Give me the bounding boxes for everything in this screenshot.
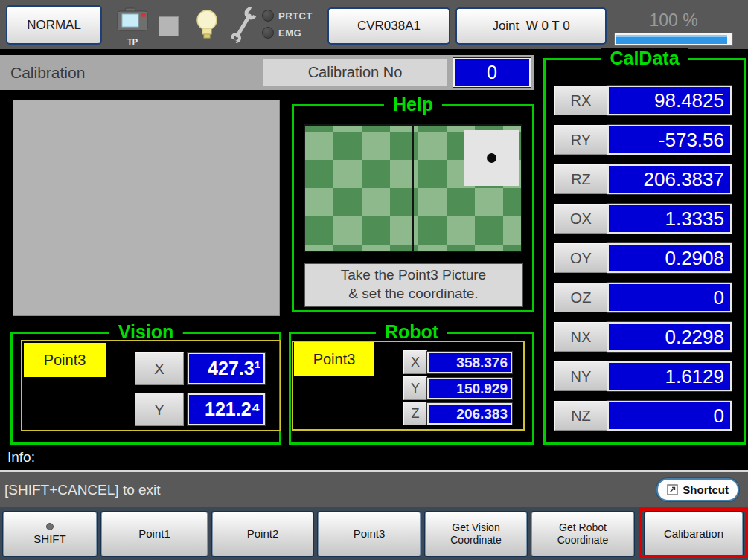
help-instruction-line1: Take the Point3 Picture	[341, 266, 486, 285]
calibration-no-field[interactable]: 0	[453, 58, 531, 87]
screen-header: Calibration Calibration No 0	[0, 55, 534, 90]
robot-panel-title: Robot	[376, 321, 447, 343]
caldata-row: NY 1.6129	[554, 361, 732, 391]
fkey-point1-label: Point1	[138, 527, 170, 541]
tp-label: TP	[116, 37, 149, 46]
caldata-ox-label: OX	[554, 204, 607, 234]
fkey-point2[interactable]: Point2	[212, 512, 313, 556]
help-instruction-line2: & set the coordinate.	[348, 285, 478, 303]
vision-x-label: X	[135, 352, 184, 385]
target-square	[464, 130, 519, 186]
fkey-point3-label: Point3	[354, 527, 386, 541]
emg-led-icon	[262, 27, 274, 39]
caldata-panel-title: CalData	[601, 48, 688, 69]
robot-z-field[interactable]: 206.383	[427, 403, 512, 425]
fkey-calibaration-label: Calibaration	[664, 527, 723, 541]
tp-camera-icon: TP	[116, 7, 149, 43]
fkey-calibaration[interactable]: Calibaration	[645, 512, 743, 556]
speed-progress-fill	[616, 35, 727, 44]
caldata-rx-label: RX	[554, 86, 607, 115]
caldata-panel: CalData RX 98.4825 RY -573.56 RZ 206.383…	[543, 58, 746, 445]
caldata-row: OX 1.3335	[554, 204, 732, 234]
caldata-row: NZ 0	[554, 401, 732, 431]
help-panel: Help Take the Point3 Picture & set the c…	[292, 104, 534, 312]
robot-z-label: Z	[403, 402, 427, 425]
vision-y-field[interactable]: 121.2⁴	[188, 393, 265, 425]
caldata-rx-value: 98.4825	[607, 86, 732, 115]
speed-percent-label: 100 %	[614, 10, 733, 30]
vision-point-tag: Point3	[24, 343, 106, 377]
robot-x-label: X	[403, 350, 427, 374]
jog-mode-button[interactable]: Joint W 0 T 0	[455, 7, 607, 45]
shift-led-icon	[46, 523, 54, 530]
fkey-get-vision-coordinate[interactable]: Get Vision Coordinate	[425, 512, 527, 556]
shortcut-button[interactable]: Shortcut	[656, 478, 739, 501]
caldata-row: OY 0.2908	[554, 243, 732, 273]
caldata-rz-value: 206.3837	[607, 164, 732, 194]
vision-x-field[interactable]: 427.3¹	[188, 353, 265, 384]
caldata-ry-value: -573.56	[607, 125, 732, 155]
caldata-ox-value: 1.3335	[607, 204, 732, 234]
caldata-ny-label: NY	[554, 361, 607, 391]
help-instruction-box: Take the Point3 Picture & set the coordi…	[304, 263, 523, 307]
caldata-rows: RX 98.4825 RY -573.56 RZ 206.3837 OX 1.3…	[554, 86, 732, 440]
fkey-point3[interactable]: Point3	[318, 512, 421, 556]
checkerboard-divider	[412, 126, 414, 251]
program-button[interactable]: CVR038A1	[327, 7, 450, 45]
info-label: Info:	[7, 449, 35, 466]
checkerboard-image	[304, 124, 522, 252]
calibration-no-label: Calibration No	[263, 59, 447, 86]
robot-x-field[interactable]: 358.376	[427, 352, 512, 373]
shortcut-launch-icon	[667, 484, 678, 495]
vision-y-label: Y	[135, 393, 184, 426]
camera-view-placeholder	[13, 100, 280, 316]
fkey-shift[interactable]: SHIFT	[3, 512, 97, 556]
robot-y-label: Y	[403, 376, 427, 400]
caldata-row: NX 0.2298	[554, 322, 732, 352]
vision-panel: Vision Point3 X 427.3¹ Y 121.2⁴	[10, 332, 281, 445]
fkey-get-robot-coordinate[interactable]: Get Robot Coordinate	[531, 512, 634, 556]
speed-progress-bar	[614, 33, 733, 46]
robot-y-field[interactable]: 150.929	[427, 378, 512, 399]
prtct-led-icon	[262, 10, 274, 22]
robot-panel: Robot Point3 X 358.376 Y 150.929 Z 206.3…	[289, 332, 534, 445]
caldata-row: RZ 206.3837	[554, 164, 732, 194]
prtct-label: PRTCT	[278, 10, 313, 22]
top-toolbar: NORMAL TP	[0, 0, 748, 49]
fkey-point1[interactable]: Point1	[101, 512, 208, 556]
camera-icon	[116, 7, 149, 34]
info-bar: Info:	[0, 446, 748, 470]
lamp-icon	[195, 9, 219, 42]
robot-point-tag: Point3	[294, 342, 374, 376]
caldata-row: RX 98.4825	[554, 86, 732, 115]
status-message: [SHIFT+CANCEL] to exit	[4, 472, 161, 507]
caldata-nx-value: 0.2298	[607, 322, 732, 352]
caldata-nz-value: 0	[607, 401, 732, 431]
caldata-oy-value: 0.2908	[607, 243, 732, 273]
caldata-oz-value: 0	[607, 283, 732, 312]
prtct-indicator: PRTCT	[262, 10, 313, 22]
fkey-get-robot-line2: Coordinate	[557, 534, 609, 547]
status-bar: [SHIFT+CANCEL] to exit Shortcut	[0, 472, 748, 507]
page-title: Calibration	[10, 55, 85, 90]
mode-button[interactable]: NORMAL	[6, 5, 102, 45]
help-panel-title: Help	[384, 94, 442, 115]
caldata-oz-label: OZ	[554, 283, 607, 312]
function-key-bar: SHIFT Point1 Point2 Point3 Get Vision Co…	[0, 507, 748, 560]
caldata-ny-value: 1.6129	[607, 361, 732, 391]
fkey-get-vision-line2: Coordinate	[450, 534, 502, 547]
wrench-icon	[229, 6, 259, 45]
fkey-get-vision-line1: Get Vision	[452, 521, 499, 534]
caldata-nx-label: NX	[554, 322, 607, 352]
fkey-get-robot-line1: Get Robot	[559, 521, 607, 534]
fkey-shift-label: SHIFT	[33, 532, 65, 546]
target-dot-icon	[487, 153, 496, 163]
teach-pendant-screen: NORMAL TP	[0, 0, 748, 560]
emg-indicator: EMG	[262, 27, 301, 39]
fkey-point2-label: Point2	[247, 527, 279, 541]
caldata-oy-label: OY	[554, 243, 607, 273]
stop-square-icon	[159, 16, 179, 36]
emg-label: EMG	[278, 28, 301, 39]
caldata-nz-label: NZ	[554, 401, 607, 431]
caldata-row: OZ 0	[554, 283, 732, 312]
